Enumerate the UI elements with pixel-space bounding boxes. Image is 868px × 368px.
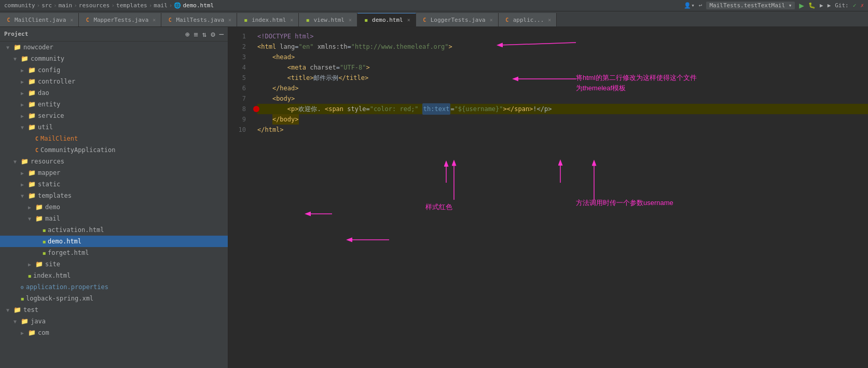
code-token: </head> — [272, 83, 299, 93]
code-area: <!DOCTYPE html> <html lang = "en" xmlns:… — [251, 27, 868, 368]
code-token — [257, 114, 272, 125]
code-token — [276, 42, 280, 52]
project-label: Project — [4, 31, 183, 37]
tree-mapper[interactable]: ▶ 📁 mapper — [0, 167, 228, 179]
add-icon[interactable]: ⊕ — [185, 30, 189, 38]
tree-util[interactable]: ▼ 📁 util — [0, 121, 228, 133]
tree-label: java — [31, 318, 46, 325]
expand-arrow: ▶ — [21, 113, 28, 119]
minimize-icon[interactable]: ─ — [219, 30, 224, 38]
sidebar: Project ⊕ ≡ ⇅ ⚙ ─ ▼ 📁 nowcoder ▼ 📁 commu… — [0, 27, 228, 368]
tree-nowcoder[interactable]: ▼ 📁 nowcoder — [0, 42, 228, 53]
debug-button[interactable]: 🐛 — [808, 2, 816, 9]
folder-icon: 📁 — [21, 318, 29, 325]
code-line-8: <p> 欢迎你. <span style = "color: red;" th:… — [257, 104, 868, 114]
tree-activation-html[interactable]: ◼ activation.html — [0, 224, 228, 236]
tree-label: controller — [38, 78, 75, 85]
close-mappertests[interactable]: × — [153, 17, 156, 23]
git-x-icon[interactable]: ✗ — [860, 2, 864, 9]
tree-communityapp-file[interactable]: C CommunityApplication — [0, 144, 228, 156]
breadcrumb-resources[interactable]: resources — [79, 2, 110, 9]
settings-icon[interactable]: ⚙ — [211, 30, 215, 38]
tab-mailclient[interactable]: C MailClient.java × — [0, 13, 79, 26]
tree-label: util — [38, 124, 53, 131]
breadcrumb-templates[interactable]: templates — [116, 2, 147, 9]
tree-dao[interactable]: ▶ 📁 dao — [0, 87, 228, 99]
code-token: = — [295, 42, 298, 52]
expand-arrow: ▼ — [13, 56, 21, 62]
tree-label: nowcoder — [23, 44, 53, 51]
breadcrumb-file: demo.html — [183, 2, 214, 9]
coverage-button[interactable]: ▶ — [820, 2, 823, 9]
tree-resources[interactable]: ▼ 📁 resources — [0, 156, 228, 167]
tab-loggertests[interactable]: C LoggerTests.java × — [416, 13, 499, 26]
close-mailtests[interactable]: × — [228, 17, 231, 23]
tab-mappertests[interactable]: C MapperTests.java × — [79, 13, 161, 26]
tree-demo-html[interactable]: ◼ demo.html — [0, 236, 228, 247]
tab-applic[interactable]: C applic... × — [499, 13, 557, 26]
code-token — [306, 62, 310, 73]
code-token: <meta — [287, 62, 306, 73]
tab-label-viewhtml: view.html — [313, 17, 345, 23]
tab-demohtml[interactable]: ◼ demo.html × — [357, 13, 416, 26]
tree-demo-folder[interactable]: ▶ 📁 demo — [0, 201, 228, 213]
expand-arrow: ▼ — [28, 216, 35, 222]
close-indexhtml[interactable]: × — [290, 17, 293, 23]
run-config-selector[interactable]: MailTests.testTextMail ▾ — [706, 2, 795, 9]
code-token — [257, 83, 272, 93]
collapse-icon[interactable]: ⇅ — [202, 30, 206, 38]
tab-mailtests[interactable]: C MailTests.java × — [161, 13, 237, 26]
folder-icon: 📁 — [28, 169, 36, 176]
tree-label: forget.html — [48, 249, 89, 256]
tree-community[interactable]: ▼ 📁 community — [0, 53, 228, 64]
git-label: Git: — [835, 2, 849, 9]
sort-icon[interactable]: ≡ — [194, 30, 198, 38]
expand-arrow: ▶ — [21, 67, 28, 73]
editor[interactable]: 1 2 3 4 5 6 7 8 9 10 <!DOCTYPE html> <ht… — [228, 27, 868, 368]
close-demohtml[interactable]: × — [407, 17, 410, 23]
tree-index-html[interactable]: ◼ index.html — [0, 270, 228, 281]
html-icon: ◼ — [304, 17, 311, 23]
tree-site-folder[interactable]: ▶ 📁 site — [0, 258, 228, 270]
git-check-icon[interactable]: ✓ — [853, 2, 857, 9]
tree-static[interactable]: ▶ 📁 static — [0, 179, 228, 190]
breadcrumb-src[interactable]: src — [42, 2, 52, 9]
run-button[interactable]: ▶ — [799, 1, 804, 10]
close-viewhtml[interactable]: × — [349, 17, 352, 23]
tree-label: mail — [45, 215, 60, 222]
code-token: <span — [325, 104, 343, 114]
close-applic[interactable]: × — [548, 17, 551, 23]
back-icon[interactable]: ↩ — [699, 2, 702, 9]
tree-config[interactable]: ▶ 📁 config — [0, 64, 228, 76]
close-mailclient[interactable]: × — [70, 17, 73, 23]
tab-indexhtml[interactable]: ◼ index.html × — [237, 13, 299, 26]
code-token: < — [272, 114, 276, 125]
code-token: lang — [280, 42, 295, 52]
tree-label: dao — [38, 89, 49, 97]
code-token: "http://www.themeleaf.org" — [351, 42, 449, 52]
breadcrumb-main[interactable]: main — [59, 2, 73, 9]
tree-forget-html[interactable]: ◼ forget.html — [0, 247, 228, 258]
tab-viewhtml[interactable]: ◼ view.html × — [299, 13, 357, 26]
tree-test[interactable]: ▼ 📁 test — [0, 304, 228, 316]
profile-button[interactable]: ▶ — [828, 2, 831, 9]
tree-app-properties[interactable]: ⚙ application.properties — [0, 281, 228, 293]
tree-entity[interactable]: ▶ 📁 entity — [0, 99, 228, 110]
code-token: </title> — [338, 73, 368, 83]
breadcrumb-mail[interactable]: mail — [154, 2, 168, 9]
tree-service[interactable]: ▶ 📁 service — [0, 110, 228, 121]
tab-label-mailclient: MailClient.java — [15, 17, 66, 23]
tree-templates[interactable]: ▼ 📁 templates — [0, 190, 228, 201]
tree-controller[interactable]: ▶ 📁 controller — [0, 76, 228, 87]
breadcrumb-community[interactable]: community — [4, 2, 35, 9]
tree-mailclient-file[interactable]: C MailClient — [0, 133, 228, 144]
close-loggertests[interactable]: × — [490, 17, 493, 23]
tree-logback-xml[interactable]: ◼ logback-spring.xml — [0, 293, 228, 304]
expand-arrow: ▶ — [21, 90, 28, 96]
tree-test-java[interactable]: ▼ 📁 java — [0, 316, 228, 327]
folder-icon: 📁 — [21, 158, 29, 165]
user-icon[interactable]: 👤▾ — [684, 2, 695, 9]
tree-test-com[interactable]: ▶ 📁 com — [0, 327, 228, 338]
tree-mail-folder[interactable]: ▼ 📁 mail — [0, 213, 228, 224]
tree-label: index.html — [33, 272, 71, 279]
